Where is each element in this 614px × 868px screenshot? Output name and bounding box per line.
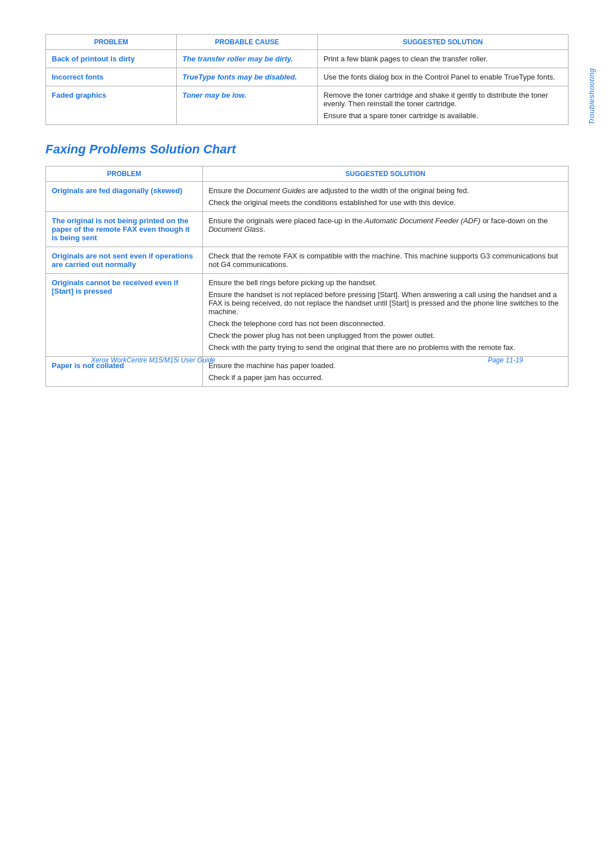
print-table-row: Faded graphicsToner may be low.Remove th… [46, 86, 569, 125]
fax-solution-cell: Ensure the Document Guides are adjusted … [202, 182, 568, 212]
fax-problem-cell: Originals are not sent even if operation… [46, 247, 203, 274]
footer-left: Xerox WorkCentre M15/M15i User Guide [91, 356, 215, 364]
print-solution-cell: Remove the toner cartridge and shake it … [317, 86, 568, 125]
fax-solution-cell: Ensure the originals were placed face-up… [202, 212, 568, 247]
print-problem-cell: Back of printout is dirty [46, 50, 177, 68]
print-cause-cell: TrueType fonts may be disabled. [176, 68, 317, 86]
print-cause-cell: Toner may be low. [176, 86, 317, 125]
print-problem-cell: Incorrect fonts [46, 68, 177, 86]
fax-problem-cell: Originals cannot be received even if [St… [46, 274, 203, 357]
print-problem-cell: Faded graphics [46, 86, 177, 125]
print-cause-cell: The transfer roller may be dirty. [176, 50, 317, 68]
fax-problem-cell: The original is not being printed on the… [46, 212, 203, 247]
print-col-header-cause: PROBABLE CAUSE [176, 35, 317, 50]
page-footer: Xerox WorkCentre M15/M15i User Guide Pag… [91, 356, 523, 364]
fax-problem-cell: Originals are fed diagonally (skewed) [46, 182, 203, 212]
fax-col-header-problem: PROBLEM [46, 166, 203, 182]
fax-col-header-solution: SUGGESTED SOLUTION [202, 166, 568, 182]
fax-table-row: Originals are fed diagonally (skewed)Ens… [46, 182, 569, 212]
print-problems-table: PROBLEM PROBABLE CAUSE SUGGESTED SOLUTIO… [45, 34, 569, 125]
fax-solution-cell: Ensure the bell rings before picking up … [202, 274, 568, 357]
section-title: Faxing Problems Solution Chart [45, 142, 569, 157]
print-table-row: Back of printout is dirtyThe transfer ro… [46, 50, 569, 68]
print-table-row: Incorrect fontsTrueType fonts may be dis… [46, 68, 569, 86]
print-solution-cell: Print a few blank pages to clean the tra… [317, 50, 568, 68]
footer-right: Page 11-19 [488, 356, 523, 364]
fax-problems-table: PROBLEM SUGGESTED SOLUTION Originals are… [45, 166, 569, 387]
sidebar-label: Troubleshooting [587, 68, 596, 125]
fax-solution-cell: Check that the remote FAX is compatible … [202, 247, 568, 274]
print-col-header-solution: SUGGESTED SOLUTION [317, 35, 568, 50]
fax-table-row: Originals cannot be received even if [St… [46, 274, 569, 357]
fax-table-row: The original is not being printed on the… [46, 212, 569, 247]
print-col-header-problem: PROBLEM [46, 35, 177, 50]
print-solution-cell: Use the fonts dialog box in the Control … [317, 68, 568, 86]
fax-table-row: Originals are not sent even if operation… [46, 247, 569, 274]
